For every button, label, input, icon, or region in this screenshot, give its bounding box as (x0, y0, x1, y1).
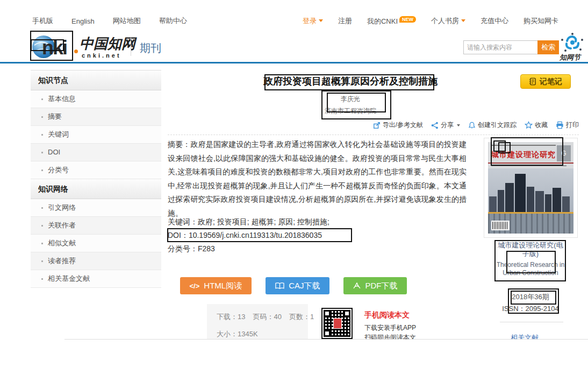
mobile-read-line1: 下载安装手机APP (364, 323, 416, 333)
journal-name-english: Theoretical Research in Urban Constructi… (496, 261, 565, 277)
sidebar-item-clc[interactable]: 分类号 (31, 161, 161, 179)
bullet-icon (41, 260, 43, 262)
mobile-read-panel: 手机阅读本文 下载安装手机APP 扫码同步阅读本文 (313, 304, 468, 340)
topnav-help-center[interactable]: 帮助中心 (159, 16, 187, 26)
share-icon (431, 122, 439, 129)
top-utility-nav: 手机版 English 网站地图 帮助中心 登录 注册 我的CNKINEW 个人… (32, 15, 558, 27)
journal-issn: ISSN：2095-2104 (496, 304, 565, 314)
sidebar-item-label: 引文网络 (48, 203, 76, 211)
favorite-link[interactable]: 收藏 (525, 121, 548, 130)
bottom-whitespace (0, 340, 588, 367)
sidebar-item-reader-recommend[interactable]: 读者推荐 (31, 252, 161, 270)
caj-download-button[interactable]: CAJ下载 (266, 277, 329, 294)
search-input[interactable] (463, 40, 539, 54)
bullet-icon (41, 170, 43, 171)
cover-publisher-logo: G (557, 145, 571, 161)
sidebar-item-keywords[interactable]: 关键词 (31, 126, 161, 144)
recharge-center-link[interactable]: 充值中心 (481, 16, 508, 26)
file-size: 大小：1345K (217, 329, 258, 339)
article-title: 政府投资项目超概算原因分析及控制措施 (168, 75, 533, 88)
journal-section-label: 期刊 (140, 41, 161, 55)
logo-orange-dot (74, 50, 78, 53)
sidebar-section-knowledge-network: 知识网络 (31, 179, 161, 199)
print-link[interactable]: 打印 (556, 121, 579, 130)
journal-issue-link[interactable]: 2018年36期 (496, 292, 565, 302)
page-number: 页码：40 (253, 312, 281, 322)
sidebar-item-label: 摘要 (48, 112, 62, 121)
bullet-icon (41, 134, 43, 136)
header-divider (131, 38, 131, 56)
sidebar-item-label: 相似文献 (48, 239, 76, 247)
bullet-icon (41, 116, 43, 118)
take-note-button[interactable]: 记笔记 (520, 74, 571, 89)
article-affiliation[interactable]: 济南市工程咨询院 (168, 107, 533, 116)
journal-cover-image[interactable]: 城市建设理论研究 G (488, 142, 573, 234)
topnav-mobile-version[interactable]: 手机版 (32, 16, 53, 26)
sidebar-item-abstract[interactable]: 摘要 (31, 108, 161, 126)
login-link[interactable]: 登录 (303, 16, 323, 26)
qr-code (321, 308, 353, 339)
bullet-icon (41, 225, 43, 227)
sidebar-item-label: 相关基金文献 (48, 274, 90, 283)
chevron-down-icon (319, 19, 323, 22)
register-link[interactable]: 注册 (338, 16, 352, 26)
article-action-bar: 导出/参考文献 分享 创建引文跟踪 收藏 打印 (373, 121, 579, 130)
sidebar-item-label: 基本信息 (48, 95, 76, 103)
sidebar-item-label: 分类号 (48, 166, 69, 174)
sidebar-item-label: 读者推荐 (48, 257, 76, 265)
bullet-icon (41, 152, 43, 153)
dotted-separator (168, 135, 579, 135)
sidebar-item-label: 关键词 (48, 130, 69, 138)
truncated-bottom-link[interactable]: 相关文献 (511, 333, 570, 339)
bullet-icon (41, 243, 43, 244)
journal-cover-frame: 城市建设理论研究 G (484, 138, 578, 238)
doi-line: DOI：10.19569/j.cnki.cn119313/tu.20183603… (168, 231, 490, 241)
logo-domain-text: cnki.net (82, 52, 121, 59)
cnki-article-page: 手机版 English 网站地图 帮助中心 登录 注册 我的CNKINEW 个人… (0, 0, 588, 367)
sidebar-item-similar-docs[interactable]: 相似文献 (31, 235, 161, 252)
personal-bookroom-link[interactable]: 个人书房 (431, 16, 465, 26)
html-read-button[interactable]: </> HTML阅读 (180, 277, 252, 294)
cnki-logo-text[interactable]: nki (42, 37, 67, 59)
cover-journal-title: 城市建设理论研究 (491, 150, 556, 160)
article-author[interactable]: 李庆光 (168, 95, 533, 104)
topnav-english[interactable]: English (71, 17, 95, 25)
pdf-download-button[interactable]: PDF下载 (343, 277, 407, 294)
export-icon (373, 122, 381, 129)
journal-separator (500, 322, 563, 322)
page-count: 页数：1 (289, 312, 314, 322)
header-blue-line (0, 62, 588, 63)
sidebar-item-related-authors[interactable]: 关联作者 (31, 217, 161, 235)
buy-card-link[interactable]: 购买知网卡 (524, 16, 558, 26)
zhiwangjie-label: 知网节 (560, 53, 580, 62)
citation-alert-link[interactable]: 创建引文跟踪 (468, 121, 517, 130)
sidebar-item-label: 关联作者 (48, 221, 76, 229)
sidebar-item-label: DOI (48, 148, 60, 156)
chevron-down-icon (457, 124, 460, 126)
topnav-right-group: 登录 注册 我的CNKINEW 个人书房 充值中心 购买知网卡 (303, 15, 558, 27)
my-cnki-link[interactable]: 我的CNKINEW (367, 16, 416, 26)
share-link[interactable]: 分享 (431, 121, 460, 130)
book-icon (275, 282, 284, 290)
cover-barcode (491, 221, 510, 230)
topnav-left-group: 手机版 English 网站地图 帮助中心 (32, 15, 187, 27)
search-button[interactable]: 检索 (537, 40, 559, 54)
clc-line: 分类号：F283 (168, 244, 490, 254)
sidebar-item-related-fund-docs[interactable]: 相关基金文献 (31, 270, 161, 288)
article-stats-panel: 下载：13 页码：40 页数：1 大小：1345K (207, 304, 308, 340)
chevron-down-icon (461, 19, 465, 22)
journal-name-link[interactable]: 城市建设理论研究(电子版) (496, 241, 565, 258)
sidebar-item-basic-info[interactable]: 基本信息 (31, 90, 161, 108)
logo-chinese-name[interactable]: 中国知网 (80, 34, 135, 53)
topnav-sitemap[interactable]: 网站地图 (113, 16, 141, 26)
export-reference-link[interactable]: 导出/参考文献 (373, 121, 423, 130)
cover-city-photo (488, 168, 573, 234)
sidebar-item-doi[interactable]: DOI (31, 144, 161, 161)
bell-icon (468, 122, 476, 129)
sidebar-item-citation-network[interactable]: 引文网络 (31, 199, 161, 217)
downloads-count: 下载：13 (217, 312, 245, 322)
bullet-icon (41, 207, 43, 209)
download-button-row: </> HTML阅读 CAJ下载 PDF下载 (168, 277, 419, 294)
mobile-read-title: 手机阅读本文 (364, 310, 410, 320)
star-icon (525, 121, 533, 129)
